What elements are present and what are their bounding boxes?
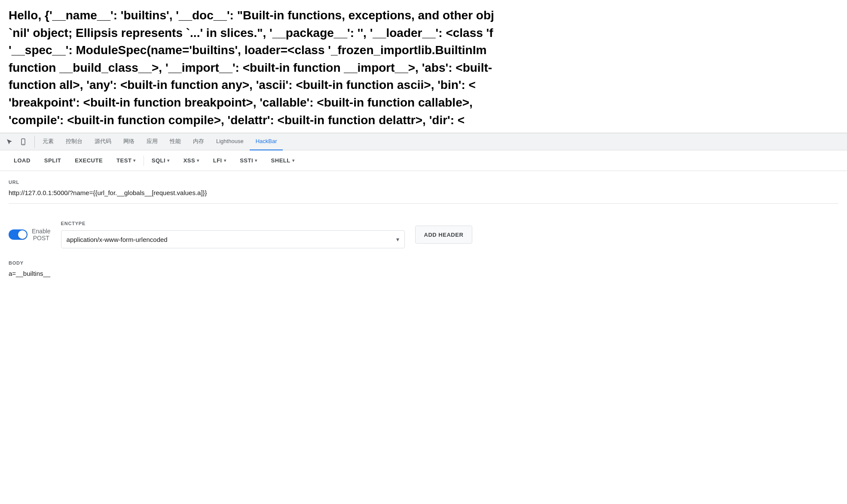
tab-memory[interactable]: 内存	[187, 133, 210, 150]
browser-output-text: Hello, {'__name__': 'builtins', '__doc__…	[9, 9, 494, 22]
post-section: EnablePOST enctype application/x-www-for…	[9, 214, 838, 248]
ssti-dropdown-arrow: ▾	[255, 158, 257, 163]
browser-output: Hello, {'__name__': 'builtins', '__doc__…	[0, 0, 847, 133]
browser-output-line2: `nil' object; Ellipsis represents `...' …	[9, 26, 493, 40]
browser-output-line6: 'breakpoint': <built-in function breakpo…	[9, 96, 473, 109]
enctype-section: enctype application/x-www-form-urlencode…	[61, 221, 405, 248]
tab-application[interactable]: 应用	[141, 133, 164, 150]
hackbar-content: URL http://127.0.0.1:5000/?name={{url_fo…	[0, 171, 847, 287]
tab-elements[interactable]: 元素	[37, 133, 60, 150]
tab-performance[interactable]: 性能	[164, 133, 187, 150]
browser-output-line5: function all>, 'any': <built-in function…	[9, 78, 476, 92]
browser-output-line3: '__spec__': ModuleSpec(name='builtins', …	[9, 43, 486, 57]
url-section: URL http://127.0.0.1:5000/?name={{url_fo…	[9, 180, 838, 204]
enable-post-container: EnablePOST	[9, 228, 51, 241]
mobile-icon-btn[interactable]	[17, 136, 29, 148]
tab-lighthouse[interactable]: Lighthouse	[210, 133, 250, 150]
url-divider	[9, 203, 838, 204]
enctype-label: enctype	[61, 221, 405, 226]
tab-console[interactable]: 控制台	[60, 133, 89, 150]
enctype-dropdown-arrow: ▾	[396, 236, 399, 243]
execute-button[interactable]: EXECUTE	[68, 153, 110, 168]
tab-network[interactable]: 网络	[117, 133, 141, 150]
enable-post-label: EnablePOST	[32, 228, 51, 241]
sqli-button[interactable]: SQLI ▾	[145, 153, 177, 168]
enable-post-row: EnablePOST	[9, 228, 51, 241]
sqli-dropdown-arrow: ▾	[167, 158, 170, 163]
url-value[interactable]: http://127.0.0.1:5000/?name={{url_for.__…	[9, 187, 838, 198]
tab-sources[interactable]: 源代码	[89, 133, 117, 150]
xss-dropdown-arrow: ▾	[197, 158, 199, 163]
shell-dropdown-arrow: ▾	[292, 158, 295, 163]
ssti-button[interactable]: SSTI ▾	[233, 153, 264, 168]
body-label: Body	[9, 260, 838, 266]
split-button[interactable]: SPLIT	[37, 153, 68, 168]
toolbar-divider-1	[144, 156, 144, 166]
tab-hackbar[interactable]: HackBar	[250, 133, 283, 150]
hackbar-toolbar: LOAD SPLIT EXECUTE TEST ▾ SQLI ▾ XSS ▾ L…	[0, 150, 847, 171]
lfi-button[interactable]: LFI ▾	[206, 153, 233, 168]
svg-point-1	[23, 144, 24, 144]
devtools-icons	[3, 136, 35, 148]
body-section: Body a=__builtins__	[9, 260, 838, 279]
url-label: URL	[9, 180, 838, 185]
devtools-tab-bar: 元素 控制台 源代码 网络 应用 性能 内存 Lighthouse HackBa…	[0, 133, 847, 150]
toggle-knob	[18, 230, 27, 239]
shell-button[interactable]: SHELL ▾	[264, 153, 302, 168]
add-header-button[interactable]: ADD HEADER	[415, 226, 473, 244]
enctype-select[interactable]: application/x-www-form-urlencoded multip…	[67, 236, 396, 243]
enable-post-toggle[interactable]	[9, 229, 28, 240]
load-button[interactable]: LOAD	[7, 153, 37, 168]
test-dropdown-arrow: ▾	[133, 158, 136, 163]
cursor-icon-btn[interactable]	[3, 136, 15, 148]
browser-output-line7: 'compile': <built-in function compile>, …	[9, 113, 465, 127]
xss-button[interactable]: XSS ▾	[177, 153, 206, 168]
body-value[interactable]: a=__builtins__	[9, 268, 838, 279]
browser-output-line4: function __build_class__>, '__import__':…	[9, 61, 492, 74]
lfi-dropdown-arrow: ▾	[224, 158, 226, 163]
enctype-select-wrapper: application/x-www-form-urlencoded multip…	[61, 230, 405, 248]
test-button[interactable]: TEST ▾	[110, 153, 143, 168]
